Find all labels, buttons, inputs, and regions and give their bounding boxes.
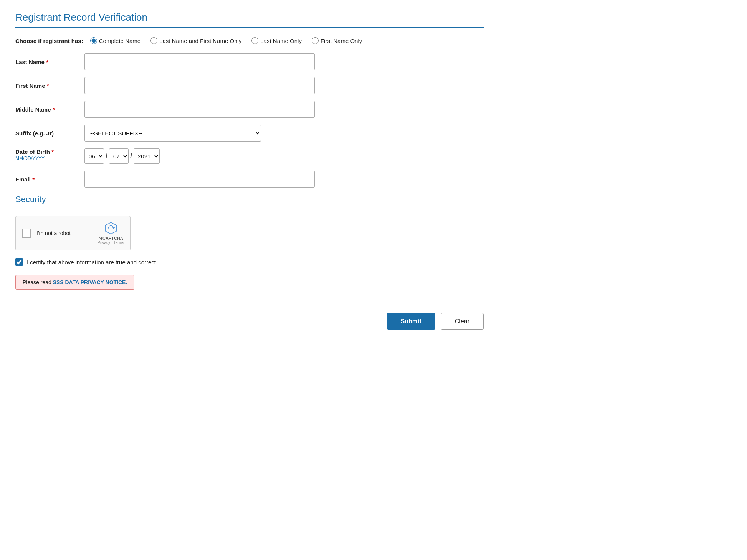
- radio-complete-name[interactable]: Complete Name: [90, 37, 140, 44]
- certify-row[interactable]: I certify that above information are tru…: [15, 258, 484, 266]
- email-required: *: [32, 176, 35, 183]
- radio-first-name-only-label: First Name Only: [321, 38, 362, 44]
- title-divider: [15, 27, 484, 28]
- first-name-row: First Name *: [15, 77, 484, 94]
- first-name-required: *: [47, 82, 49, 89]
- recaptcha-brand-text: reCAPTCHA: [99, 236, 123, 240]
- last-name-label: Last Name *: [15, 59, 84, 65]
- radio-last-first-name-input[interactable]: [150, 37, 157, 44]
- recaptcha-logo-area: reCAPTCHA Privacy - Terms: [98, 222, 124, 245]
- first-name-label: First Name *: [15, 82, 84, 89]
- radio-last-first-name[interactable]: Last Name and First Name Only: [150, 37, 241, 44]
- dob-day-select[interactable]: 01 02 03 04 05 06 07 08 09 10 11 12 13 1…: [109, 148, 129, 164]
- middle-name-input[interactable]: [84, 101, 315, 118]
- dob-label: Date of Birth *: [15, 148, 84, 155]
- recaptcha-links-text: Privacy - Terms: [98, 240, 124, 245]
- dob-inputs: 01 02 03 04 05 06 07 08 09 10 11 12 / 01…: [84, 148, 160, 164]
- radio-first-name-only[interactable]: First Name Only: [312, 37, 362, 44]
- first-name-input[interactable]: [84, 77, 315, 94]
- submit-button[interactable]: Submit: [387, 313, 435, 330]
- privacy-notice-prefix: Please read: [23, 279, 53, 285]
- recaptcha-logo-icon: [104, 222, 117, 235]
- middle-name-label: Middle Name *: [15, 106, 84, 113]
- page-title: Registrant Record Verification: [15, 12, 484, 23]
- last-name-input[interactable]: [84, 53, 315, 70]
- dob-sep-1: /: [106, 152, 107, 160]
- dob-sep-2: /: [130, 152, 132, 160]
- radio-last-first-name-label: Last Name and First Name Only: [159, 38, 241, 44]
- recaptcha-checkbox[interactable]: [22, 229, 31, 238]
- clear-button[interactable]: Clear: [441, 313, 484, 330]
- privacy-notice-link[interactable]: SSS DATA PRIVACY NOTICE.: [53, 279, 127, 285]
- bottom-divider: [15, 305, 484, 305]
- suffix-label: Suffix (e.g. Jr): [15, 130, 84, 137]
- security-divider: [15, 208, 484, 208]
- email-input[interactable]: [84, 171, 315, 188]
- radio-complete-name-label: Complete Name: [99, 38, 140, 44]
- dob-label-block: Date of Birth * MM/DD/YYYY: [15, 148, 84, 161]
- radio-complete-name-input[interactable]: [90, 37, 97, 44]
- last-name-row: Last Name *: [15, 53, 484, 70]
- dob-year-select[interactable]: 2021 2020 2019 2018 2000 1990 1980: [134, 148, 160, 164]
- radio-last-name-only-input[interactable]: [251, 37, 258, 44]
- suffix-select[interactable]: --SELECT SUFFIX-- Jr Sr II III IV: [84, 125, 261, 142]
- dob-month-select[interactable]: 01 02 03 04 05 06 07 08 09 10 11 12: [84, 148, 104, 164]
- certify-text: I certify that above information are tru…: [27, 259, 157, 265]
- certify-checkbox[interactable]: [15, 258, 23, 266]
- dob-sublabel: MM/DD/YYYY: [15, 156, 84, 161]
- recaptcha-box[interactable]: I'm not a robot reCAPTCHA Privacy - Term…: [15, 216, 131, 250]
- dob-required: *: [51, 148, 54, 155]
- recaptcha-text: I'm not a robot: [36, 230, 92, 236]
- action-row: Submit Clear: [15, 313, 484, 330]
- radio-last-name-only[interactable]: Last Name Only: [251, 37, 302, 44]
- last-name-required: *: [46, 59, 48, 65]
- radio-last-name-only-label: Last Name Only: [260, 38, 302, 44]
- suffix-row: Suffix (e.g. Jr) --SELECT SUFFIX-- Jr Sr…: [15, 125, 484, 142]
- name-choice-row: Choose if registrant has: Complete Name …: [15, 37, 484, 44]
- middle-name-required: *: [53, 106, 55, 113]
- dob-row: Date of Birth * MM/DD/YYYY 01 02 03 04 0…: [15, 148, 484, 164]
- email-row: Email *: [15, 171, 484, 188]
- email-label: Email *: [15, 176, 84, 183]
- radio-first-name-only-input[interactable]: [312, 37, 319, 44]
- privacy-notice-box: Please read SSS DATA PRIVACY NOTICE.: [15, 275, 134, 290]
- name-choice-label: Choose if registrant has:: [15, 38, 83, 44]
- middle-name-row: Middle Name *: [15, 101, 484, 118]
- security-title: Security: [15, 194, 484, 204]
